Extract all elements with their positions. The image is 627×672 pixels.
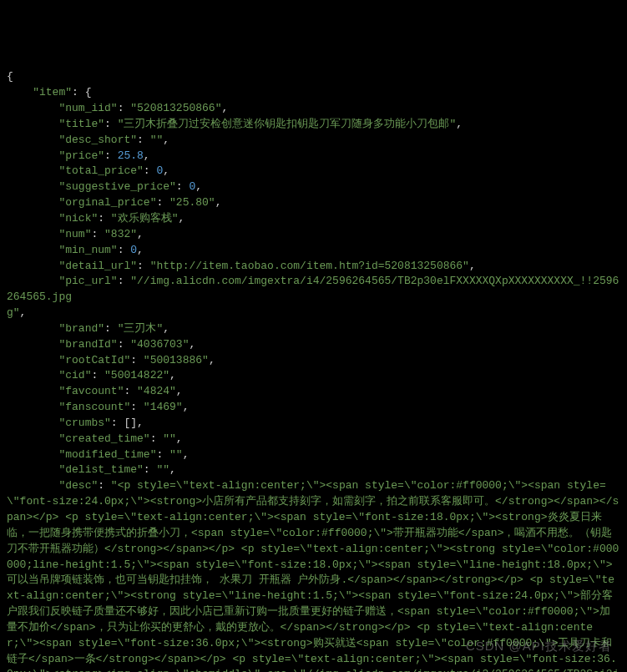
json-code-block: { "item": { "num_iid": "520813250866", "… [7,69,620,672]
